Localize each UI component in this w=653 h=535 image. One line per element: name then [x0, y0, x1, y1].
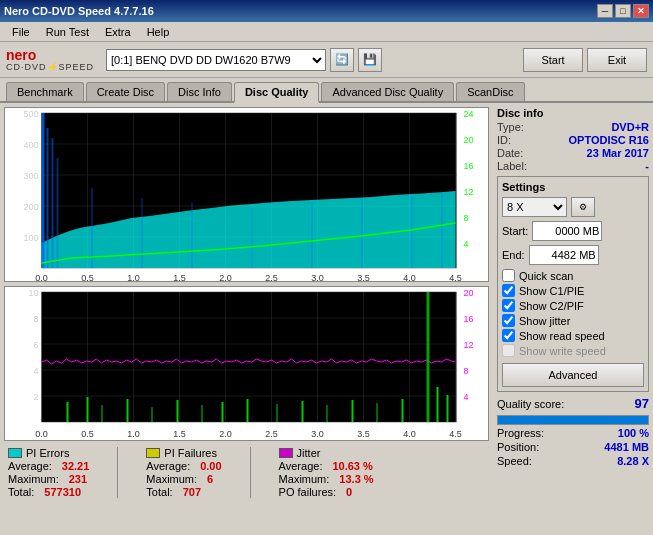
svg-rect-71: [152, 407, 153, 422]
svg-text:400: 400: [23, 140, 38, 150]
pi-errors-max-row: Maximum: 231: [8, 473, 89, 485]
start-button[interactable]: Start: [523, 48, 583, 72]
tab-create-disc[interactable]: Create Disc: [86, 82, 165, 101]
legend-divider-1: [117, 447, 118, 498]
start-input[interactable]: [532, 221, 602, 241]
quality-score-value: 97: [635, 396, 649, 411]
svg-rect-50: [42, 292, 457, 422]
save-button[interactable]: 💾: [358, 48, 382, 72]
svg-text:100: 100: [23, 233, 38, 243]
close-button[interactable]: ✕: [633, 4, 649, 18]
tab-strip: Benchmark Create Disc Disc Info Disc Qua…: [0, 78, 653, 103]
tab-benchmark[interactable]: Benchmark: [6, 82, 84, 101]
disc-id-label: ID:: [497, 134, 511, 146]
position-value: 4481 MB: [604, 441, 649, 453]
svg-rect-75: [247, 399, 249, 422]
svg-text:3.0: 3.0: [311, 273, 324, 283]
speed-select[interactable]: 8 X: [502, 197, 567, 217]
svg-rect-22: [142, 198, 143, 268]
disc-id-value: OPTODISC R16: [569, 134, 650, 146]
maximize-button[interactable]: □: [615, 4, 631, 18]
svg-text:8: 8: [464, 213, 469, 223]
progress-value: 100 %: [618, 427, 649, 439]
refresh-button[interactable]: 🔄: [330, 48, 354, 72]
speed-row-progress: Speed: 8.28 X: [497, 455, 649, 467]
svg-rect-26: [362, 198, 363, 268]
show-jitter-checkbox[interactable]: [502, 314, 515, 327]
minimize-button[interactable]: ─: [597, 4, 613, 18]
svg-text:20: 20: [464, 288, 474, 298]
menu-extra[interactable]: Extra: [97, 24, 139, 40]
pi-errors-swatch: [8, 448, 22, 458]
svg-text:4: 4: [33, 366, 38, 376]
main-content: 500 400 300 200 100 24 20 16 12 8 4 0.0 …: [0, 103, 653, 532]
jitter-swatch: [279, 448, 293, 458]
svg-text:16: 16: [464, 161, 474, 171]
right-panel: Disc info Type: DVD+R ID: OPTODISC R16 D…: [493, 103, 653, 532]
logo-text: nero: [6, 48, 94, 62]
svg-rect-21: [92, 188, 93, 268]
end-input[interactable]: [529, 245, 599, 265]
quick-scan-checkbox[interactable]: [502, 269, 515, 282]
menu-run-test[interactable]: Run Test: [38, 24, 97, 40]
svg-text:16: 16: [464, 314, 474, 324]
menu-file[interactable]: File: [4, 24, 38, 40]
speed-label: Speed:: [497, 455, 532, 467]
show-c1pie-label: Show C1/PIE: [519, 285, 584, 297]
svg-text:6: 6: [33, 340, 38, 350]
jitter-avg-row: Average: 10.63 %: [279, 460, 374, 472]
pi-errors-legend: PI Errors Average: 32.21 Maximum: 231 To…: [8, 447, 89, 498]
svg-rect-77: [302, 401, 304, 422]
disc-label-value: -: [645, 160, 649, 172]
svg-rect-74: [222, 402, 224, 422]
tab-disc-info[interactable]: Disc Info: [167, 82, 232, 101]
window-title: Nero CD-DVD Speed 4.7.7.16: [4, 5, 154, 17]
legend-area: PI Errors Average: 32.21 Maximum: 231 To…: [4, 445, 489, 500]
show-read-speed-row: Show read speed: [502, 329, 644, 342]
exit-button[interactable]: Exit: [587, 48, 647, 72]
drive-select[interactable]: [0:1] BENQ DVD DD DW1620 B7W9: [106, 49, 326, 71]
pi-errors-avg-row: Average: 32.21: [8, 460, 89, 472]
show-read-speed-checkbox[interactable]: [502, 329, 515, 342]
svg-text:3.5: 3.5: [357, 429, 370, 439]
disc-label-label: Label:: [497, 160, 527, 172]
svg-text:8: 8: [464, 366, 469, 376]
tab-advanced-disc-quality[interactable]: Advanced Disc Quality: [321, 82, 454, 101]
position-label: Position:: [497, 441, 539, 453]
svg-rect-81: [402, 399, 404, 422]
disc-label-row: Label: -: [497, 160, 649, 172]
disc-type-value: DVD+R: [611, 121, 649, 133]
settings-title: Settings: [502, 181, 644, 193]
position-row: Position: 4481 MB: [497, 441, 649, 453]
show-write-speed-checkbox[interactable]: [502, 344, 515, 357]
show-c1pie-checkbox[interactable]: [502, 284, 515, 297]
speed-extra-button[interactable]: ⚙: [571, 197, 595, 217]
tab-scandisc[interactable]: ScanDisc: [456, 82, 524, 101]
show-c2pif-row: Show C2/PIF: [502, 299, 644, 312]
toolbar: nero CD·DVD⚡SPEED [0:1] BENQ DVD DD DW16…: [0, 42, 653, 78]
quality-score-label: Quality score:: [497, 398, 564, 410]
svg-rect-28: [442, 193, 443, 268]
advanced-button[interactable]: Advanced: [502, 363, 644, 387]
tab-disc-quality[interactable]: Disc Quality: [234, 82, 320, 103]
svg-text:12: 12: [464, 187, 474, 197]
menu-bar: File Run Test Extra Help: [0, 22, 653, 42]
pi-errors-label: PI Errors: [26, 447, 69, 459]
end-label: End:: [502, 249, 525, 261]
progress-section: Progress: 100 % Position: 4481 MB Speed:…: [497, 415, 649, 467]
disc-info-title: Disc info: [497, 107, 649, 119]
show-c2pif-checkbox[interactable]: [502, 299, 515, 312]
start-label: Start:: [502, 225, 528, 237]
svg-rect-79: [352, 400, 354, 422]
show-c2pif-label: Show C2/PIF: [519, 300, 584, 312]
menu-help[interactable]: Help: [139, 24, 178, 40]
pi-errors-total-row: Total: 577310: [8, 486, 89, 498]
show-c1pie-row: Show C1/PIE: [502, 284, 644, 297]
pi-errors-label-row: PI Errors: [8, 447, 89, 459]
jitter-legend: Jitter Average: 10.63 % Maximum: 13.3 % …: [279, 447, 374, 498]
disc-date-label: Date:: [497, 147, 523, 159]
pi-failures-max-row: Maximum: 6: [146, 473, 221, 485]
svg-rect-84: [447, 395, 449, 422]
svg-text:4.5: 4.5: [449, 429, 462, 439]
svg-rect-82: [427, 292, 430, 422]
